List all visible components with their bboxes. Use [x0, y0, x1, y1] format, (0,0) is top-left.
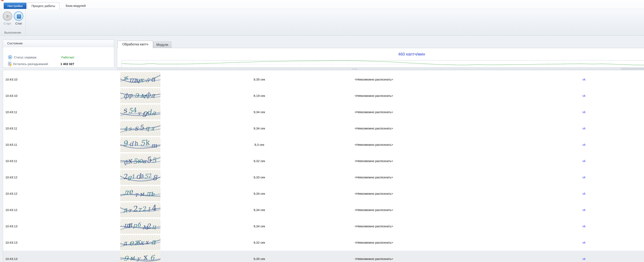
svg-text:ц: ц [152, 223, 156, 230]
splitter-grip-icon [352, 69, 357, 69]
svg-text:д: д [123, 239, 128, 247]
row-time: 10:43:11 [5, 104, 17, 120]
svg-text:т: т [128, 207, 132, 213]
row-result: <Невозможно распознать> [343, 136, 405, 153]
table-row[interactable]: 10:43:11s54vgda9,34 сек<Невозможно распо… [3, 104, 644, 120]
table-row[interactable]: 10:43:11фх5юи559,32 сек<Невозможно распо… [3, 153, 644, 169]
row-source-link[interactable]: vk [574, 234, 594, 251]
row-source-link[interactable]: vk [574, 88, 594, 104]
svg-text:x: x [151, 125, 156, 132]
row-result: <Невозможно распознать> [343, 120, 405, 136]
row-source-link[interactable]: vk [574, 136, 594, 153]
row-time: 10:43:12 [5, 169, 17, 185]
status-panel: Состояние Статус сервера: Работает ⚡ Ост… [3, 40, 114, 68]
window-top-strip [0, 0, 644, 2]
captcha-image: фрэмфд [120, 88, 160, 103]
svg-text:а: а [151, 237, 156, 246]
stop-icon [14, 11, 23, 21]
row-source-link[interactable]: vk [574, 185, 594, 202]
status-panel-title: Состояние [3, 40, 114, 47]
row-duration: 9,34 сек [230, 120, 289, 136]
table-row[interactable]: 10:43:13дежкха9,32 сек<Невозможно распоз… [3, 234, 644, 251]
row-source-link[interactable]: vk [574, 218, 594, 234]
svg-text:2: 2 [122, 172, 128, 181]
row-source-link[interactable]: vk [574, 104, 594, 120]
row-duration: 9,34 сек [230, 185, 289, 202]
row-source-link[interactable]: vk [574, 251, 594, 262]
row-source-link[interactable]: vk [574, 120, 594, 136]
table-row[interactable]: 10:43:12дт2т2149,34 сек<Невозможно распо… [3, 202, 644, 218]
table-row[interactable]: 10:43:13шпрбм2ц9,34 сек<Невозможно распо… [3, 218, 644, 234]
rate-label: 460 каптч/мин [117, 52, 644, 57]
svg-text:5: 5 [152, 156, 156, 164]
row-time: 10:43:13 [5, 234, 17, 251]
results-table: 10:43:10жшмк5а9,35 сек<Невозможно распоз… [3, 70, 644, 262]
row-time: 10:43:10 [5, 71, 17, 88]
row-source-link[interactable]: vk [574, 202, 594, 218]
row-result: <Невозможно распознать> [343, 153, 405, 169]
tab-captcha-processing[interactable]: Обработка каптч [118, 41, 153, 48]
rate-chart-svg [122, 61, 644, 68]
svg-text:а: а [151, 75, 155, 83]
stop-button-label: Стоп [13, 22, 24, 25]
start-button[interactable]: Старт [2, 11, 13, 25]
svg-text:х: х [142, 252, 148, 261]
row-duration: 8,19 сек [230, 88, 289, 104]
row-time: 10:43:11 [5, 120, 17, 136]
table-row[interactable]: 10:43:114ss5qx9,34 сек<Невозможно распоз… [3, 120, 644, 136]
ribbon-group-label: Выполнение [0, 31, 25, 34]
svg-text:ж: ж [122, 74, 129, 81]
row-time: 10:43:13 [5, 251, 17, 262]
row-duration: 9,35 сек [230, 251, 289, 262]
captcha-image: фх5юи55 [120, 153, 160, 168]
svg-text:х: х [145, 238, 150, 246]
captcha-image: летмль [120, 186, 160, 201]
svg-text:э: э [134, 90, 139, 99]
svg-text:к: к [140, 239, 145, 246]
tab-modules[interactable]: Модули [153, 42, 171, 48]
svg-text:2: 2 [132, 204, 138, 213]
row-duration: 9,35 сек [230, 71, 289, 88]
svg-text:s: s [134, 124, 139, 132]
play-icon [3, 11, 12, 21]
row-result: <Невозможно распознать> [343, 251, 405, 262]
row-source-link[interactable]: vk [574, 71, 594, 88]
row-source-link[interactable]: vk [574, 153, 594, 169]
row-time: 10:43:10 [5, 88, 17, 104]
svg-text:d: d [129, 140, 134, 148]
stop-button[interactable]: Стоп [13, 11, 24, 25]
row-duration: 9,34 сек [230, 218, 289, 234]
row-time: 10:43:11 [5, 153, 17, 169]
row-time: 10:43:11 [5, 136, 17, 153]
row-duration: 9,32 сек [230, 153, 289, 169]
server-status-label: Статус сервера: [14, 56, 61, 59]
svg-text:к: к [140, 76, 144, 83]
svg-text:5: 5 [139, 123, 145, 132]
svg-text:4: 4 [132, 106, 137, 114]
table-row[interactable]: 10:43:139мух69,35 сек<Невозможно распозн… [3, 251, 644, 262]
row-duration: 9,34 сек [230, 202, 289, 218]
tab-modules-db[interactable]: База модулей [60, 3, 91, 9]
svg-text:1: 1 [131, 173, 136, 180]
svg-text:п: п [128, 220, 134, 229]
row-result: <Невозможно распознать> [343, 234, 405, 251]
captcha-image: дежкха [120, 235, 160, 250]
svg-text:м: м [139, 190, 145, 198]
remaining-solves-row: ⚡ Осталось разгадываний: 1 402 027 [8, 61, 74, 66]
table-row[interactable]: 10:43:12летмль9,34 сек<Невозможно распоз… [3, 185, 644, 202]
row-result: <Невозможно распознать> [343, 169, 405, 185]
table-row[interactable]: 10:43:10фрэмфд8,19 сек<Невозможно распоз… [3, 88, 644, 104]
svg-text:д: д [123, 206, 128, 214]
table-row[interactable]: 10:43:119dh5km9,3 сек<Невозможно распозн… [3, 136, 644, 153]
row-result: <Невозможно распознать> [343, 185, 405, 202]
tab-work-process[interactable]: Процесс работы [27, 3, 60, 9]
start-button-label: Старт [2, 22, 13, 25]
tab-settings[interactable]: Настройки [4, 3, 26, 9]
row-source-link[interactable]: vk [574, 169, 594, 185]
table-row[interactable]: 10:43:122g1da5289,33 сек<Невозможно расп… [3, 169, 644, 185]
ribbon-group-execution: Старт Стоп Выполнение [0, 9, 26, 35]
table-row[interactable]: 10:43:10жшмк5а9,35 сек<Невозможно распоз… [3, 71, 644, 88]
document-lightning-icon: ⚡ [8, 62, 11, 66]
svg-text:2: 2 [142, 205, 147, 213]
svg-text:2: 2 [147, 172, 152, 179]
